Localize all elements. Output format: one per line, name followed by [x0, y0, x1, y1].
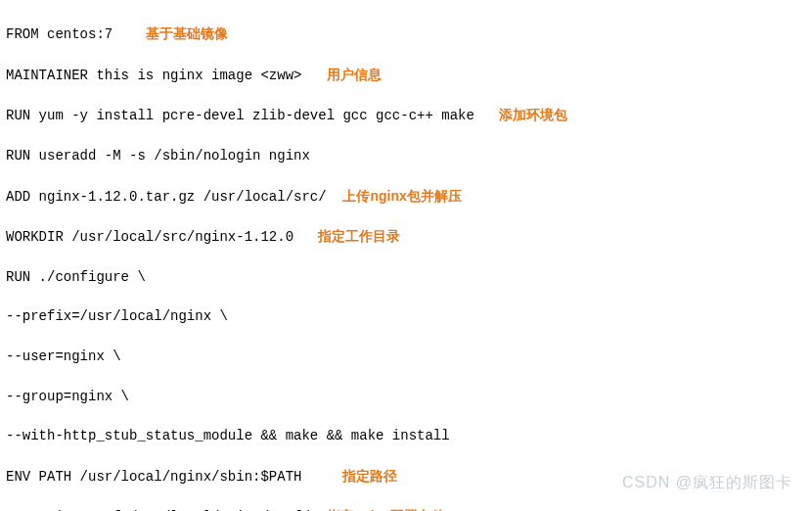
- code-line: RUN ./configure \: [6, 267, 806, 287]
- code-line: ADD nginx.conf /usr/local/nginx/conf/ 指定…: [6, 506, 806, 511]
- code-line: --user=nginx \: [6, 347, 806, 366]
- annotation: 添加环境包: [499, 107, 567, 122]
- code-line: --with-http_stub_status_module && make &…: [6, 426, 806, 445]
- code-line: FROM centos:7 基于基础镜像: [6, 23, 806, 44]
- code-line: --prefix=/usr/local/nginx \: [6, 306, 806, 326]
- code-text: RUN yum -y install pcre-devel zlib-devel…: [6, 108, 474, 123]
- code-text: RUN ./configure \: [6, 269, 146, 285]
- code-text: --prefix=/usr/local/nginx \: [6, 308, 228, 324]
- code-text: ADD nginx-1.12.0.tar.gz /usr/local/src/: [6, 189, 327, 205]
- code-text: --group=nginx \: [6, 389, 129, 404]
- code-line: RUN yum -y install pcre-devel zlib-devel…: [6, 105, 806, 125]
- code-text: ENV PATH /usr/local/nginx/sbin:$PATH: [6, 469, 301, 485]
- dockerfile-editor[interactable]: FROM centos:7 基于基础镜像 MAINTAINER this is …: [6, 4, 806, 511]
- code-line: --group=nginx \: [6, 387, 806, 406]
- code-line: WORKDIR /usr/local/src/nginx-1.12.0 指定工作…: [6, 226, 806, 247]
- code-text: MAINTAINER this is nginx image <zww>: [6, 68, 301, 83]
- code-line: ENV PATH /usr/local/nginx/sbin:$PATH 指定路…: [6, 466, 806, 487]
- annotation: 指定工作目录: [318, 228, 400, 244]
- annotation: 指定路径: [342, 468, 397, 484]
- code-text: WORKDIR /usr/local/src/nginx-1.12.0: [6, 229, 293, 245]
- code-line: MAINTAINER this is nginx image <zww> 用户信…: [6, 65, 806, 85]
- code-text: FROM centos:7: [6, 26, 113, 42]
- annotation: 用户信息: [327, 67, 382, 82]
- code-text: --user=nginx \: [6, 348, 121, 364]
- code-line: RUN useradd -M -s /sbin/nologin nginx: [6, 146, 806, 165]
- code-line: ADD nginx-1.12.0.tar.gz /usr/local/src/ …: [6, 186, 806, 207]
- annotation: 上传nginx包并解压: [342, 188, 461, 204]
- code-text: RUN useradd -M -s /sbin/nologin nginx: [6, 148, 310, 163]
- annotation: 基于基础镜像: [146, 25, 228, 41]
- code-text: --with-http_stub_status_module && make &…: [6, 428, 450, 443]
